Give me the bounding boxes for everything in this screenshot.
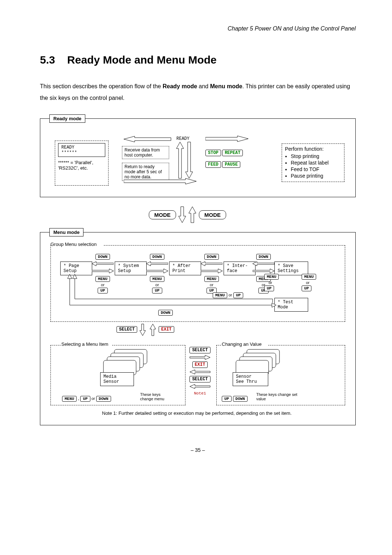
menu-key-6: MENU [302,274,316,280]
up-key-bottom: UP [80,396,90,402]
nav-arrows-4 [253,260,274,275]
media-sensor-box: Media Sensor [100,372,134,386]
mode-transition: MODE MODE [40,206,356,223]
or-text-bottom: or [91,396,95,401]
select-exit-arrows [139,323,157,336]
lcd-note: ****** = 'Parallel', 'RS232C', etc. [58,160,105,171]
down-key-loop: DOWN [158,310,173,316]
arrow-select-left [189,383,211,390]
note1-marker: Note1 [194,391,206,396]
function-title: Perform function: [285,146,341,152]
svg-marker-9 [146,262,168,266]
svg-marker-8 [92,269,114,273]
svg-marker-18 [140,324,146,336]
svg-marker-7 [92,262,114,266]
svg-marker-21 [190,370,210,374]
section-title: 5.3 Ready Mode and Menu Mode [40,54,356,66]
stop-key: STOP [205,150,221,156]
arrow-exit-left [189,369,211,375]
svg-marker-11 [201,262,222,266]
ready-mode-label: Ready mode [49,114,85,123]
svg-marker-16 [68,274,72,279]
svg-marker-19 [150,324,156,336]
menu-system-setup: * System Setup [115,262,147,275]
nav-arrows-2 [146,260,168,275]
down-key-3: DOWN [204,254,219,260]
intro-paragraph: This section describes the operation flo… [40,81,356,104]
note1-text: Note 1: Further detailed setting or exec… [102,410,291,416]
section-number: 5.3 [40,54,55,66]
lcd-line2: ****** [61,150,77,155]
menu-after-print: * After Print [169,262,201,275]
sensor-seethru-box: Sensor See Thru [233,372,268,386]
mode-transition-arrows [177,206,197,223]
svg-marker-15 [73,274,77,279]
func-repeat: Repeat last label [291,160,341,166]
svg-marker-10 [146,269,168,273]
feed-key: FEED [205,161,221,168]
mode-button-right: MODE [199,210,226,219]
svg-marker-20 [190,355,210,360]
nav-arrows-1 [92,260,114,275]
nav-arrows-3 [201,260,222,275]
intro-text-2: and [197,83,210,89]
svg-marker-22 [190,384,210,389]
func-stop: Stop printing [291,153,341,159]
intro-bold-ready: Ready mode [163,83,197,89]
down-key-2: DOWN [150,254,164,260]
svg-marker-2 [176,142,184,178]
svg-marker-17 [272,303,276,307]
function-list-box: Perform function: Stop printing Repeat l… [282,143,344,182]
or-text-6: or [302,280,310,285]
up-key-bottom-r: UP [222,396,232,402]
mode-button-left: MODE [149,210,176,219]
down-key-bottom-r: DOWN [233,396,248,402]
intro-bold-menu: Menu mode [210,83,242,89]
menu-page-setup: * Page Setup [60,262,92,275]
arrow-select-right [189,354,211,361]
select-key-2: SELECT [189,347,210,353]
down-key-1: DOWN [95,254,110,260]
func-feed: Feed to TOF [291,166,341,172]
svg-marker-12 [201,269,222,273]
intro-text-1: This section describes the operation flo… [40,83,163,89]
svg-marker-5 [179,207,186,223]
arrow-to-functions [205,135,249,142]
svg-marker-14 [253,269,274,273]
menu-test-mode: * Test Mode [274,298,308,312]
chapter-header: Chapter 5 Power ON and Using the Control… [40,25,356,32]
arrow-flow-ready [124,135,200,186]
ready-lcd-group: READY ****** ****** = 'Parallel', 'RS232… [55,141,109,186]
func-pause: Pause printing [291,173,341,179]
pause-key: PAUSE [222,161,240,168]
down-key-bottom: DOWN [96,396,111,402]
up-key-6: UP [302,285,311,291]
svg-marker-1 [124,178,196,184]
select-key: SELECT [117,326,137,333]
page-number: – 35 – [40,447,356,453]
lcd-line1: READY [61,145,74,150]
down-key-4: DOWN [256,254,271,260]
lcd-display: READY ****** [58,143,105,157]
menu-key-bottom: MENU [62,396,77,402]
menu-mode-label: Menu mode [49,228,83,236]
select-key-3: SELECT [189,376,210,382]
svg-marker-13 [253,262,274,266]
keys-change-menu-note: These keys change menu [140,392,173,401]
menu-mode-diagram: Menu mode Group Menu selection * Page Se… [40,232,356,425]
svg-marker-4 [205,136,248,142]
exit-key: EXIT [159,326,174,333]
svg-marker-6 [189,207,196,223]
svg-marker-3 [185,142,193,178]
repeat-key: REPEAT [222,150,243,156]
loop-arrows [68,274,276,314]
ready-mode-diagram: Ready mode READY READY ****** ****** = '… [40,118,356,197]
keys-change-value-note: These keys change set value [256,392,300,401]
section-title-text: Ready Mode and Menu Mode [67,54,217,66]
svg-marker-0 [124,136,171,142]
exit-key-2: EXIT [192,361,208,368]
